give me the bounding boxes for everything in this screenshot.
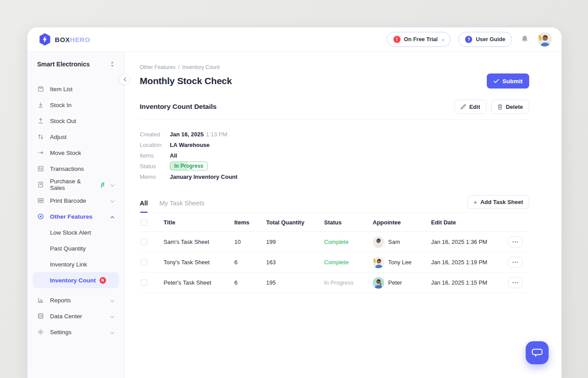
breadcrumb-inventory-count[interactable]: Inventory Count xyxy=(182,64,220,70)
plus-icon: + xyxy=(473,199,477,205)
alert-circle-icon: ! xyxy=(393,36,401,43)
submit-button[interactable]: Submit xyxy=(487,73,529,89)
sidebar-item-purchase-sales[interactable]: Purchase & Sales β xyxy=(33,177,119,193)
select-all-checkbox[interactable] xyxy=(141,219,147,226)
table-row[interactable]: Tony's Task Sheet 6 163 Complete Tony Le… xyxy=(140,252,529,273)
active-tab-underline xyxy=(140,212,148,213)
package-icon xyxy=(37,85,44,93)
arrow-right-icon xyxy=(37,149,44,156)
table-row[interactable]: Peter's Task Sheet 6 195 In Progress Pet… xyxy=(140,273,529,293)
sidebar-item-inventory-link[interactable]: Inventory Link xyxy=(33,256,119,272)
download-arrow-icon xyxy=(37,101,44,108)
appointee-avatar xyxy=(373,277,384,289)
location-label: Location xyxy=(140,142,170,148)
edit-button[interactable]: Edit xyxy=(454,100,486,114)
sidebar-item-adjust[interactable]: Adjust xyxy=(33,129,119,145)
sidebar-item-past-quantity[interactable]: Past Quantity xyxy=(33,240,119,256)
breadcrumb-other-features[interactable]: Other Features xyxy=(140,64,176,70)
add-task-sheet-button[interactable]: + Add Task Sheet xyxy=(467,195,529,209)
sidebar-item-data-center[interactable]: Data Center xyxy=(33,308,119,324)
free-trial-button[interactable]: ! On Free Trial › xyxy=(387,32,451,47)
task-edit-date: Jan 16, 2025 1:36 PM xyxy=(431,239,508,245)
sidebar-item-inventory-count[interactable]: Inventory Count N xyxy=(33,272,119,288)
task-sheet-table: Title Items Total Quantity Status Appoin… xyxy=(140,213,529,293)
chevron-down-icon xyxy=(110,329,115,336)
task-status: Complete xyxy=(324,259,373,266)
row-menu-button[interactable] xyxy=(508,277,523,288)
free-trial-label: On Free Trial xyxy=(404,36,438,42)
row-menu-button[interactable] xyxy=(508,236,523,247)
boxhero-logo[interactable]: BOXHERO xyxy=(39,33,90,46)
memo-label: Memo xyxy=(140,174,170,180)
row-checkbox[interactable] xyxy=(141,259,147,266)
notifications-bell-icon[interactable] xyxy=(520,35,530,44)
user-guide-button[interactable]: ? User Guide xyxy=(458,32,512,47)
section-title: Inventory Count Details xyxy=(140,103,217,111)
check-icon xyxy=(493,79,499,83)
chat-launcher-button[interactable] xyxy=(526,341,549,364)
task-items: 6 xyxy=(234,279,266,286)
col-items: Items xyxy=(234,219,266,226)
task-total-quantity: 163 xyxy=(266,259,324,266)
task-total-quantity: 199 xyxy=(266,239,324,245)
page-title: Monthly Stock Check xyxy=(140,76,232,86)
task-edit-date: Jan 16, 2025 1:19 PM xyxy=(431,259,508,266)
breadcrumb-separator: / xyxy=(178,64,179,70)
sidebar-item-item-list[interactable]: Item List xyxy=(33,81,119,97)
sidebar-item-low-stock-alert[interactable]: Low Stock Alert xyxy=(33,224,119,240)
sidebar-item-other-features[interactable]: Other Features xyxy=(33,208,119,224)
chat-bubble-icon xyxy=(531,347,543,358)
sidebar-item-settings[interactable]: Settings xyxy=(33,324,119,340)
plus-circle-icon xyxy=(37,213,44,220)
main-content: Other Features / Inventory Count Monthly… xyxy=(125,52,561,378)
sidebar-item-move-stock[interactable]: Move Stock xyxy=(33,145,119,161)
chevron-right-icon: › xyxy=(442,36,444,43)
table-row[interactable]: Sam's Task Sheet 10 199 Complete Sam Jan… xyxy=(140,232,529,252)
col-title: Title xyxy=(164,219,234,226)
database-icon xyxy=(37,312,44,320)
tab-all[interactable]: All xyxy=(140,197,148,212)
barcode-icon xyxy=(37,197,44,204)
task-status: In Progress xyxy=(324,279,373,286)
chevron-down-icon xyxy=(110,181,115,188)
appointee-avatar xyxy=(373,236,384,248)
upload-arrow-icon xyxy=(37,117,44,124)
up-down-arrows-icon xyxy=(37,133,44,140)
sidebar-item-stock-in[interactable]: Stock In xyxy=(33,97,119,113)
task-title: Sam's Task Sheet xyxy=(164,239,234,245)
sidebar-item-stock-out[interactable]: Stock Out xyxy=(33,113,119,129)
task-items: 10 xyxy=(234,239,266,245)
user-avatar-image xyxy=(538,32,552,46)
sidebar-item-transactions[interactable]: Transactions xyxy=(33,161,119,177)
user-avatar[interactable] xyxy=(538,32,552,46)
memo-value: January Inventory Count xyxy=(170,174,237,180)
table-header-row: Title Items Total Quantity Status Appoin… xyxy=(140,213,529,232)
beta-badge: β xyxy=(101,181,104,188)
delete-button[interactable]: Delete xyxy=(491,100,529,114)
sidebar-item-reports[interactable]: Reports xyxy=(33,292,119,308)
items-label: Items xyxy=(140,152,170,159)
col-total-quantity: Total Quantity xyxy=(266,219,324,226)
bar-chart-icon xyxy=(37,297,44,304)
transactions-icon xyxy=(37,165,44,172)
chevron-down-icon xyxy=(110,197,115,204)
sidebar-collapse-button[interactable] xyxy=(119,73,130,85)
task-title: Tony's Task Sheet xyxy=(164,259,234,266)
task-appointee: Peter xyxy=(373,277,431,289)
row-menu-button[interactable] xyxy=(508,257,523,268)
workspace-sort-icon xyxy=(110,61,115,67)
sidebar-nav: Item List Stock In Stock Out xyxy=(33,81,119,340)
created-value: Jan 16, 20251:13 PM xyxy=(170,131,227,138)
chevron-down-icon xyxy=(110,313,115,320)
row-checkbox[interactable] xyxy=(141,239,147,245)
chevron-up-icon xyxy=(110,213,115,220)
workspace-switcher[interactable]: Smart Electronics xyxy=(33,57,119,71)
document-icon xyxy=(37,181,44,188)
sidebar: Smart Electronics Item List Stock In xyxy=(27,52,125,378)
location-value: LA Warehouse xyxy=(170,142,210,148)
row-checkbox[interactable] xyxy=(141,279,147,286)
tab-my-task-sheets[interactable]: My Task Sheets xyxy=(160,197,205,212)
task-sheet-tabs: All My Task Sheets + Add Task Sheet xyxy=(140,195,529,213)
status-label: Status xyxy=(140,163,170,170)
sidebar-item-print-barcode[interactable]: Print Barcode xyxy=(33,193,119,208)
